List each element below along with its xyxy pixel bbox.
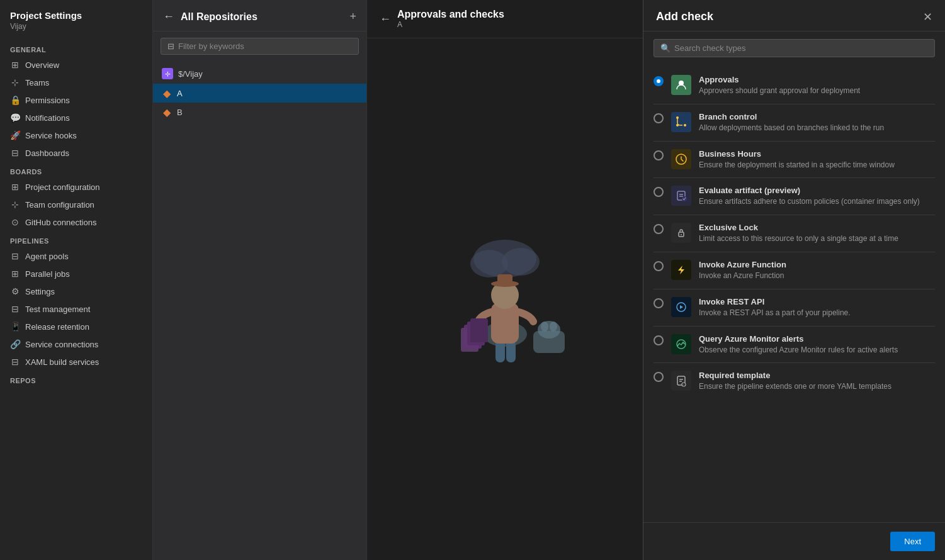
check-desc-invoke-azure-fn: Invoke an Azure Function [699, 271, 935, 281]
project-title: Project Settings [0, 10, 152, 22]
dashboards-icon: ⊟ [10, 148, 20, 158]
sidebar-item-service-hooks[interactable]: 🚀 Service hooks [0, 126, 152, 144]
section-general: General [0, 40, 152, 56]
check-desc-required-template: Ensure the pipeline extends one or more … [699, 381, 935, 392]
repos-filter-bar[interactable]: ⊟ [161, 38, 359, 55]
permissions-icon: 🔒 [10, 95, 20, 105]
repo-B-label: B [177, 108, 183, 117]
xaml-build-icon: ⊟ [10, 357, 20, 367]
svg-point-19 [676, 116, 679, 119]
check-item-invoke-azure-fn[interactable]: Invoke Azure FunctionInvoke an Azure Fun… [643, 252, 945, 289]
repos-back-button[interactable]: ← [163, 10, 174, 23]
main-area: ← Approvals and checks A [367, 0, 643, 560]
vijay-group-label: $/Vijay [178, 69, 203, 79]
check-radio-exclusive-lock[interactable] [654, 224, 664, 234]
project-config-icon: ⊞ [10, 182, 20, 192]
sidebar-item-settings[interactable]: ⚙ Settings [0, 283, 152, 300]
check-radio-approvals[interactable] [654, 76, 664, 86]
svg-point-20 [684, 124, 686, 126]
release-retention-icon: 📱 [10, 322, 20, 332]
sidebar-item-label: XAML build services [25, 357, 99, 367]
sidebar-item-github[interactable]: ⊙ GitHub connections [0, 213, 152, 231]
section-repos: Repos [0, 371, 152, 387]
check-icon-branch-control [671, 112, 691, 132]
check-icon-business-hours [671, 149, 691, 169]
sidebar-item-team-config[interactable]: ⊹ Team configuration [0, 196, 152, 213]
check-item-required-template[interactable]: !Required templateEnsure the pipeline ex… [643, 363, 945, 400]
check-radio-invoke-azure-fn[interactable] [654, 261, 664, 271]
sidebar-item-label: Parallel jobs [25, 269, 70, 279]
main-back-button[interactable]: ← [380, 13, 391, 26]
check-desc-exclusive-lock: Limit access to this resource to only a … [699, 233, 935, 244]
sidebar-item-label: GitHub connections [25, 218, 96, 227]
check-icon-invoke-rest-api [671, 297, 691, 317]
check-name-business-hours: Business Hours [699, 149, 935, 159]
section-boards: Boards [0, 162, 152, 178]
check-info-invoke-azure-fn: Invoke Azure FunctionInvoke an Azure Fun… [699, 260, 935, 281]
sidebar-item-release-retention[interactable]: 📱 Release retention [0, 318, 152, 335]
repos-group-vijay[interactable]: ⊹ $/Vijay [153, 64, 366, 84]
repo-A-label: A [177, 89, 183, 98]
check-icon-evaluate-artifact [671, 186, 691, 206]
check-radio-query-azure-monitor[interactable] [654, 335, 664, 345]
sidebar-item-label: Agent pools [25, 252, 69, 261]
filter-icon: ⊟ [167, 42, 174, 51]
panel-search-bar[interactable]: 🔍 [654, 39, 935, 57]
sidebar-item-parallel-jobs[interactable]: ⊞ Parallel jobs [0, 265, 152, 283]
sidebar-item-label: Notifications [25, 113, 70, 123]
repo-item-B[interactable]: ◆ B [153, 103, 366, 121]
check-radio-invoke-rest-api[interactable] [654, 298, 664, 308]
check-item-invoke-rest-api[interactable]: Invoke REST APIInvoke a REST API as a pa… [643, 289, 945, 326]
check-item-evaluate-artifact[interactable]: Evaluate artifact (preview)Ensure artifa… [643, 178, 945, 215]
repos-add-button[interactable]: + [349, 10, 356, 23]
search-input[interactable] [674, 43, 928, 53]
sidebar-item-permissions[interactable]: 🔒 Permissions [0, 91, 152, 109]
sidebar-item-label: Permissions [25, 96, 70, 105]
sidebar-item-label: Project configuration [25, 182, 100, 192]
check-item-exclusive-lock[interactable]: Exclusive LockLimit access to this resou… [643, 215, 945, 252]
sidebar-item-dashboards[interactable]: ⊟ Dashboards [0, 144, 152, 162]
sidebar-item-service-connections[interactable]: 🔗 Service connections [0, 335, 152, 353]
svg-marker-29 [678, 266, 684, 274]
check-icon-invoke-azure-fn [671, 260, 691, 280]
check-radio-evaluate-artifact[interactable] [654, 187, 664, 197]
check-info-branch-control: Branch controlAllow deployments based on… [699, 112, 935, 133]
search-icon: 🔍 [660, 43, 671, 53]
check-info-query-azure-monitor: Query Azure Monitor alertsObserve the co… [699, 334, 935, 356]
panel-close-button[interactable]: ✕ [923, 11, 932, 23]
check-info-evaluate-artifact: Evaluate artifact (preview)Ensure artifa… [699, 186, 935, 207]
check-radio-business-hours[interactable] [654, 150, 664, 160]
main-subtitle: A [397, 20, 630, 29]
check-radio-required-template[interactable] [654, 372, 664, 382]
repos-group: ⊹ $/Vijay ◆ A ◆ B [153, 61, 366, 124]
check-item-branch-control[interactable]: Branch controlAllow deployments based on… [643, 104, 945, 141]
sidebar-item-project-config[interactable]: ⊞ Project configuration [0, 178, 152, 196]
check-name-invoke-azure-fn: Invoke Azure Function [699, 260, 935, 269]
svg-text:!: ! [683, 383, 684, 386]
check-name-invoke-rest-api: Invoke REST API [699, 297, 935, 306]
sidebar-item-agent-pools[interactable]: ⊟ Agent pools [0, 247, 152, 265]
sidebar-item-notifications[interactable]: 💬 Notifications [0, 109, 152, 126]
test-management-icon: ⊟ [10, 304, 20, 314]
sidebar-item-label: Dashboards [25, 148, 69, 158]
check-radio-branch-control[interactable] [654, 113, 664, 123]
project-subtitle: Vijay [0, 22, 152, 40]
settings-icon: ⚙ [10, 286, 20, 296]
check-item-query-azure-monitor[interactable]: Query Azure Monitor alertsObserve the co… [643, 327, 945, 363]
check-desc-business-hours: Ensure the deployment is started in a sp… [699, 160, 935, 171]
svg-point-28 [681, 234, 682, 235]
sidebar-item-label: Release retention [25, 322, 89, 332]
check-item-approvals[interactable]: ApprovalsApprovers should grant approval… [643, 67, 945, 104]
svg-rect-13 [470, 318, 488, 342]
next-button[interactable]: Next [890, 532, 935, 551]
sidebar-item-overview[interactable]: ⊞ Overview [0, 56, 152, 74]
repos-filter-input[interactable] [178, 42, 352, 51]
check-item-business-hours[interactable]: Business HoursEnsure the deployment is s… [643, 142, 945, 178]
sidebar-item-label: Team configuration [25, 200, 94, 210]
sidebar-item-test-management[interactable]: ⊟ Test management [0, 300, 152, 318]
sidebar-item-teams[interactable]: ⊹ Teams [0, 74, 152, 91]
sidebar-item-xaml-build[interactable]: ⊟ XAML build services [0, 353, 152, 371]
check-desc-query-azure-monitor: Observe the configured Azure Monitor rul… [699, 345, 935, 356]
repo-item-A[interactable]: ◆ A [153, 84, 366, 103]
check-name-exclusive-lock: Exclusive Lock [699, 223, 935, 232]
